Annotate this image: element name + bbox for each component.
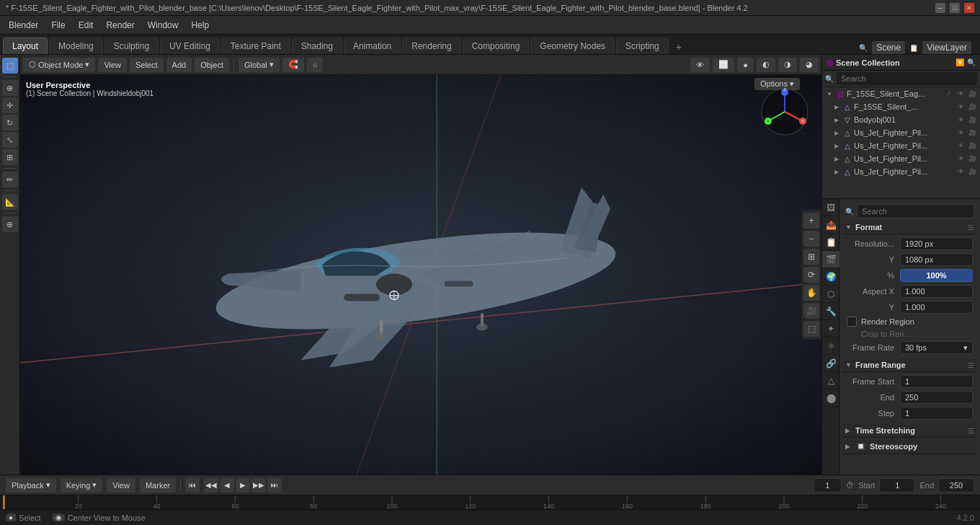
- view-menu-bottom[interactable]: View: [107, 478, 135, 493]
- transform-selector[interactable]: Global ▾: [239, 58, 280, 72]
- outliner-search-input[interactable]: [837, 72, 977, 85]
- overlay-btn[interactable]: 👁: [690, 58, 710, 72]
- tool-select[interactable]: ⬚: [2, 58, 18, 74]
- viewport-shading[interactable]: ●: [737, 58, 754, 72]
- outliner-item-3[interactable]: ▶ △ Us_Jet_Fighter_Pil... 👁 🎥: [822, 126, 980, 139]
- zoom-in-button[interactable]: +: [803, 213, 819, 229]
- props-tab-material[interactable]: ⬤: [822, 389, 839, 407]
- mode-selector[interactable]: ⬡ Object Mode ▾: [23, 58, 95, 72]
- props-search-input[interactable]: [857, 204, 974, 219]
- play-button[interactable]: ▶: [236, 478, 250, 493]
- item-render-0[interactable]: 🎥: [967, 89, 977, 99]
- start-frame-input[interactable]: 1: [879, 478, 915, 493]
- props-tab-data[interactable]: △: [822, 372, 839, 389]
- outliner-item-4[interactable]: ▶ △ Us_Jet_Fighter_Pil... 👁 🎥: [822, 139, 980, 152]
- zoom-out-button[interactable]: −: [803, 231, 819, 247]
- next-keyframe-button[interactable]: ▶▶: [251, 478, 266, 493]
- tool-rotate[interactable]: ↻: [2, 115, 18, 131]
- close-button[interactable]: ✕: [964, 3, 974, 13]
- tab-rendering[interactable]: Rendering: [402, 38, 460, 54]
- item-eye-2[interactable]: 👁: [956, 115, 966, 125]
- orbit-button[interactable]: ⟳: [803, 267, 819, 283]
- item-eye-5[interactable]: 👁: [956, 154, 966, 164]
- viewport-shading-4[interactable]: ◕: [800, 58, 819, 72]
- tab-sculpting[interactable]: Sculpting: [104, 38, 159, 54]
- time-stretching-section-header[interactable]: ▶ Time Stretching ☰: [842, 424, 977, 438]
- tab-modeling[interactable]: Modeling: [49, 38, 103, 54]
- tab-compositing[interactable]: Compositing: [463, 38, 530, 54]
- menu-render[interactable]: Render: [100, 19, 140, 32]
- timeline-ruler[interactable]: 20 40 60 80 100 120 140 160 180 200 220 …: [0, 495, 980, 509]
- resolution-x-value[interactable]: 1920 px: [900, 237, 973, 250]
- tab-texture-paint[interactable]: Texture Paint: [221, 38, 290, 54]
- menu-window[interactable]: Window: [142, 19, 184, 32]
- item-render-3[interactable]: 🎥: [967, 128, 977, 138]
- prev-keyframe-button[interactable]: ◀: [220, 478, 234, 493]
- props-tab-physics[interactable]: ⚛: [822, 338, 839, 355]
- props-tab-viewlayer[interactable]: 📋: [822, 234, 839, 251]
- item-render-1[interactable]: 🎥: [967, 102, 977, 112]
- playback-menu[interactable]: Playback ▾: [6, 478, 56, 493]
- item-render-2[interactable]: 🎥: [967, 115, 977, 125]
- props-tab-modifier[interactable]: 🔧: [822, 303, 839, 320]
- viewport-shading-2[interactable]: ◐: [757, 58, 775, 72]
- outliner-item-1[interactable]: ▶ △ F_15SE_Silent_... 👁 🎥: [822, 100, 980, 113]
- add-workspace-button[interactable]: +: [670, 40, 687, 54]
- zoom-extent-button[interactable]: ⊞: [803, 249, 819, 265]
- item-eye-3[interactable]: 👁: [956, 128, 966, 138]
- render-region-checkbox[interactable]: [847, 317, 857, 327]
- format-section-header[interactable]: ▼ Format ☰: [842, 221, 977, 234]
- frame-start-value[interactable]: 1: [900, 375, 973, 388]
- xray-btn[interactable]: ⬜: [713, 58, 734, 72]
- props-tab-world[interactable]: 🌍: [822, 268, 839, 286]
- timeline-start-icon[interactable]: ⏮: [185, 478, 200, 493]
- navigation-gizmo[interactable]: Z X Y: [760, 87, 810, 137]
- tool-add[interactable]: ⊕: [2, 216, 18, 232]
- outliner-filter-icon[interactable]: 🔽: [956, 58, 964, 66]
- aspect-y-value[interactable]: 1.000: [900, 301, 973, 314]
- item-eye-4[interactable]: 👁: [956, 141, 966, 151]
- stereoscopy-section-header[interactable]: ▶ 🔲 Stereoscopy: [842, 439, 977, 454]
- frame-rate-dropdown[interactable]: 30 fps ▾: [900, 341, 973, 354]
- maximize-button[interactable]: □: [950, 3, 960, 13]
- tool-cursor[interactable]: ⊕: [2, 80, 18, 96]
- item-render-5[interactable]: 🎥: [967, 154, 977, 164]
- current-frame-input[interactable]: 1: [813, 478, 842, 493]
- object-menu[interactable]: Object: [195, 58, 229, 72]
- end-frame-button[interactable]: ⏭: [267, 478, 282, 493]
- outliner-item-6[interactable]: ▶ △ Us_Jet_Fighter_Pil... 👁 🎥: [822, 165, 980, 178]
- menu-file[interactable]: File: [45, 19, 71, 32]
- marker-menu[interactable]: Marker: [140, 478, 176, 493]
- outliner-item-0[interactable]: ▼ ▥ F_15SE_Silent_Eag... ✓ 👁 🎥: [822, 87, 980, 100]
- time-stretching-menu-icon[interactable]: ☰: [968, 427, 974, 435]
- tool-transform[interactable]: ⊞: [2, 149, 18, 165]
- item-checkbox-0[interactable]: ✓: [944, 89, 954, 99]
- menu-help[interactable]: Help: [185, 19, 215, 32]
- camera-view-button[interactable]: 🎥: [803, 303, 819, 319]
- frame-range-menu-icon[interactable]: ☰: [968, 361, 974, 369]
- view-layer-selector[interactable]: ViewLayer: [922, 41, 971, 54]
- tab-layout[interactable]: Layout: [3, 38, 48, 54]
- frame-step-value[interactable]: 1: [900, 407, 973, 420]
- resolution-pct-value[interactable]: 100%: [900, 269, 973, 282]
- item-eye-6[interactable]: 👁: [956, 167, 966, 177]
- minimize-button[interactable]: ─: [935, 3, 945, 13]
- tab-geometry-nodes[interactable]: Geometry Nodes: [530, 38, 615, 54]
- 3d-viewport[interactable]: User Perspective (1) Scene Collection | …: [20, 75, 821, 475]
- keying-menu[interactable]: Keying ▾: [61, 478, 103, 493]
- scene-selector[interactable]: Scene: [872, 41, 905, 54]
- tab-animation[interactable]: Animation: [344, 38, 401, 54]
- outliner-item-5[interactable]: ▶ △ Us_Jet_Fighter_Pil... 👁 🎥: [822, 152, 980, 165]
- tool-annotate[interactable]: ✏: [2, 172, 18, 188]
- viewport-shading-3[interactable]: ◑: [778, 58, 797, 72]
- frame-range-section-header[interactable]: ▼ Frame Range ☰: [842, 358, 977, 372]
- item-eye-0[interactable]: 👁: [956, 89, 966, 99]
- props-tab-object[interactable]: ⬡: [822, 286, 839, 303]
- item-render-6[interactable]: 🎥: [967, 167, 977, 177]
- tab-shading[interactable]: Shading: [292, 38, 342, 54]
- menu-blender[interactable]: Blender: [3, 19, 44, 32]
- add-menu[interactable]: Add: [166, 58, 192, 72]
- outliner-item-2[interactable]: ▶ ▽ Bodyobj001 👁 🎥: [822, 113, 980, 126]
- end-frame-input[interactable]: 250: [938, 478, 974, 493]
- props-tab-render[interactable]: 🖼: [822, 199, 839, 216]
